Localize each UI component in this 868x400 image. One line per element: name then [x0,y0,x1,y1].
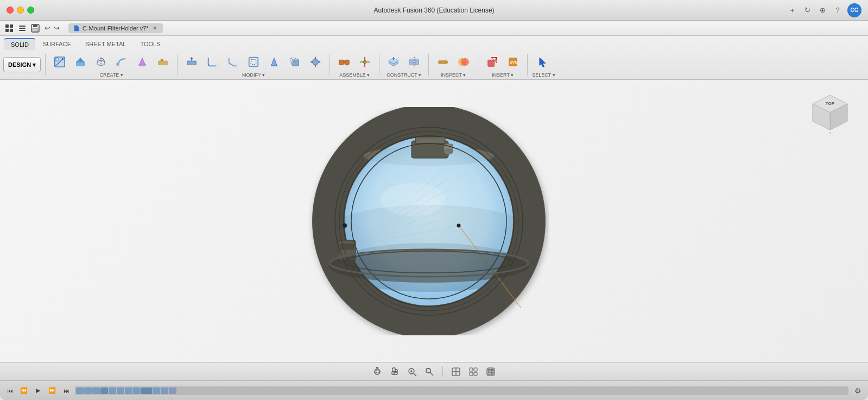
create-sketch-button[interactable]: + [50,52,69,72]
rib-button[interactable] [153,52,173,72]
redo-button[interactable]: ↪ [53,24,61,32]
timeline-bar: ⏮ ⏪ ▶ ⏩ ⏭ [0,380,868,400]
minimize-button[interactable] [17,7,24,14]
tab-sheet-metal[interactable]: SHEET METAL [79,38,132,50]
timeline-end-button[interactable]: ⏭ [61,385,72,396]
timeline-item[interactable] [161,388,168,394]
document-tab[interactable]: C-Mount-FilterHolder v7* ✕ [68,23,163,33]
timeline-item[interactable] [100,388,108,394]
zoom-region-button[interactable] [423,365,436,378]
timeline-item[interactable] [76,388,84,394]
timeline-prev-button[interactable]: ⏪ [18,385,29,396]
user-avatar[interactable]: CG [847,3,861,17]
grid-icon[interactable] [4,23,14,33]
svg-rect-70 [488,60,495,66]
tab-surface[interactable]: SURFACE [36,38,78,50]
press-pull-button[interactable] [182,52,201,72]
close-button[interactable] [7,7,14,14]
svg-rect-3 [10,29,13,32]
svg-rect-61 [410,59,413,65]
svg-text:+: + [56,58,59,61]
timeline-item[interactable] [153,388,160,394]
revolve-button[interactable] [91,52,111,72]
refresh-icon[interactable]: ↻ [802,5,813,16]
svg-point-13 [62,58,64,60]
move-button[interactable] [306,52,325,72]
construct-label[interactable]: CONSTRUCT ▾ [387,72,421,78]
timeline-play-button[interactable]: ▶ [33,385,43,396]
timeline-item[interactable] [125,388,132,394]
timeline-start-button[interactable]: ⏮ [4,385,15,396]
hamburger-icon[interactable] [17,23,27,33]
chamfer-button[interactable] [223,52,243,72]
shell-button[interactable] [244,52,263,72]
separator-4 [379,54,379,76]
svg-point-98 [444,149,453,154]
timeline-track[interactable] [75,386,848,395]
insert-mesh-button[interactable] [483,52,502,72]
save-icon[interactable] [30,23,40,33]
timeline-item[interactable] [92,388,100,394]
timeline-settings-button[interactable]: ⚙ [852,385,864,397]
add-icon[interactable]: ＋ [787,5,797,16]
timeline-next-button[interactable]: ⏩ [47,385,58,396]
timeline-item[interactable] [84,388,92,394]
extrude-button[interactable] [71,52,90,72]
undo-button[interactable]: ↩ [43,24,52,32]
insert-svg-button[interactable]: SVG [503,52,523,72]
svg-rect-33 [293,60,299,66]
design-dropdown[interactable]: DESIGN ▾ [3,57,41,72]
help-icon[interactable]: ? [832,5,843,16]
display-mode-button[interactable] [449,365,462,378]
fillet-button[interactable] [202,52,222,72]
measure-button[interactable] [433,52,453,72]
tab-solid[interactable]: SOLID [4,38,35,50]
visual-style-button[interactable] [484,365,497,378]
globe-icon[interactable]: ⊕ [817,5,828,16]
assemble-label[interactable]: ASSEMBLE ▾ [339,72,370,78]
midplane-button[interactable] [404,52,424,72]
zoom-button[interactable] [406,365,419,378]
document-icon [73,24,80,32]
title-bar: Autodesk Fusion 360 (Education License) … [0,0,868,21]
svg-line-36 [295,58,299,60]
close-document-icon[interactable]: ✕ [151,24,159,32]
svg-rect-5 [19,28,26,29]
inspect-label[interactable]: INSPECT ▾ [441,72,466,78]
joint-origin-button[interactable] [355,52,375,72]
canvas-area[interactable]: TOP [0,80,868,362]
grid-display-button[interactable] [467,365,480,378]
offset-plane-button[interactable] [384,52,403,72]
create-label[interactable]: CREATE ▾ [100,72,123,78]
draft-button[interactable] [264,52,284,72]
svg-rect-1 [10,24,13,28]
svg-point-99 [343,223,347,228]
sweep-button[interactable] [112,52,131,72]
timeline-item[interactable] [169,388,176,394]
create-group: + [50,52,173,78]
svg-rect-30 [251,59,256,64]
viewcube[interactable]: TOP [808,91,852,134]
select-label[interactable]: SELECT ▾ [532,72,555,78]
orbit-button[interactable] [371,365,384,378]
modify-label[interactable]: MODIFY ▾ [242,72,265,78]
tab-tools[interactable]: TOOLS [134,38,167,50]
timeline-item-group[interactable] [141,388,152,394]
svg-rect-141 [491,372,493,374]
timeline-item[interactable] [133,388,141,394]
svg-rect-25 [161,59,163,61]
separator-3 [330,54,330,76]
select-button[interactable] [534,52,553,72]
maximize-button[interactable] [27,7,34,14]
insert-label[interactable]: INSERT ▾ [492,72,514,78]
timeline-item[interactable] [117,388,124,394]
svg-point-127 [426,368,430,373]
svg-rect-24 [159,61,168,65]
joint-button[interactable] [334,52,354,72]
scale-button[interactable] [285,52,305,72]
timeline-item[interactable] [109,388,116,394]
interference-button[interactable] [454,52,473,72]
svg-rect-2 [5,29,9,32]
pan-button[interactable] [388,365,401,378]
loft-button[interactable] [132,52,152,72]
